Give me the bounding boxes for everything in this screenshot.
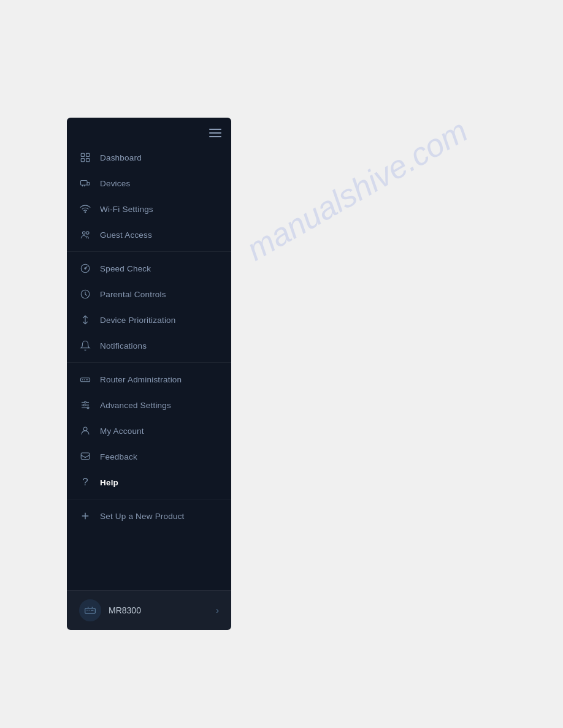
sidebar-item-advanced-settings[interactable]: Advanced Settings <box>67 392 231 418</box>
svg-point-25 <box>85 401 86 403</box>
guest-icon <box>79 229 91 241</box>
watermark-text: manualshive.com <box>240 112 473 268</box>
sidebar-item-label-help: Help <box>100 478 118 487</box>
sidebar-item-guest-access[interactable]: Guest Access <box>67 222 231 248</box>
nav-list: Dashboard Devices Wi-Fi Settings Guest A… <box>67 145 231 590</box>
sidebar-item-help[interactable]: ? Help <box>67 469 231 495</box>
sidebar-item-label-notifications: Notifications <box>100 341 147 351</box>
device-avatar <box>79 599 101 621</box>
sidebar-item-label-parental: Parental Controls <box>100 290 166 299</box>
sidebar-item-label-account: My Account <box>100 427 144 436</box>
menu-toggle-button[interactable] <box>209 129 221 137</box>
svg-rect-4 <box>81 181 88 186</box>
parental-icon <box>79 288 91 300</box>
divider-1 <box>67 251 231 252</box>
sidebar-item-label-wifi: Wi-Fi Settings <box>100 205 153 214</box>
sidebar-item-router-admin[interactable]: Router Administration <box>67 366 231 392</box>
sidebar-item-notifications[interactable]: Notifications <box>67 333 231 358</box>
sidebar-item-label-router-admin: Router Administration <box>100 375 182 384</box>
help-icon: ? <box>79 476 91 488</box>
svg-point-9 <box>86 232 90 235</box>
svg-point-11 <box>85 268 86 269</box>
svg-point-7 <box>85 212 86 213</box>
sidebar-item-feedback[interactable]: Feedback <box>67 444 231 469</box>
speed-icon <box>79 262 91 275</box>
device-name: MR8300 <box>109 605 209 615</box>
svg-point-8 <box>83 232 86 235</box>
sidebar-item-my-account[interactable]: My Account <box>67 418 231 444</box>
divider-3 <box>67 499 231 499</box>
account-icon <box>79 425 91 437</box>
svg-point-28 <box>83 427 87 431</box>
sidebar-item-label-speed: Speed Check <box>100 264 151 273</box>
feedback-icon <box>79 450 91 463</box>
router-icon <box>79 373 91 385</box>
settings-icon <box>79 399 91 411</box>
add-product-label: Set Up a New Product <box>100 512 185 521</box>
svg-rect-32 <box>85 609 96 613</box>
dashboard-icon <box>79 151 91 164</box>
chevron-right-icon: › <box>216 605 219 615</box>
sidebar-item-wifi-settings[interactable]: Wi-Fi Settings <box>67 196 231 222</box>
sidebar-item-device-prioritization[interactable]: Device Prioritization <box>67 307 231 333</box>
sidebar-item-dashboard[interactable]: Dashboard <box>67 145 231 170</box>
sidebar-item-devices[interactable]: Devices <box>67 170 231 196</box>
sidebar-item-parental-controls[interactable]: Parental Controls <box>67 281 231 307</box>
sidebar-item-label-devices: Devices <box>100 179 130 188</box>
sidebar-item-add-product[interactable]: Set Up a New Product <box>67 503 231 529</box>
sidebar-item-label-guest: Guest Access <box>100 230 152 240</box>
svg-rect-1 <box>86 153 90 156</box>
wifi-icon <box>79 203 91 215</box>
sidebar-item-label-priority: Device Prioritization <box>100 316 176 325</box>
sidebar: Dashboard Devices Wi-Fi Settings Guest A… <box>67 118 231 630</box>
svg-point-26 <box>83 404 85 406</box>
sidebar-item-label-dashboard: Dashboard <box>100 153 142 162</box>
priority-icon <box>79 314 91 326</box>
device-row[interactable]: MR8300 › <box>67 590 231 630</box>
svg-rect-3 <box>86 159 90 162</box>
sidebar-item-speed-check[interactable]: Speed Check <box>67 256 231 281</box>
sidebar-item-label-feedback: Feedback <box>100 452 137 461</box>
devices-icon <box>79 177 91 189</box>
bell-icon <box>79 339 91 352</box>
sidebar-header <box>67 118 231 145</box>
svg-rect-2 <box>81 159 84 162</box>
plus-icon <box>79 510 91 522</box>
divider-2 <box>67 362 231 363</box>
sidebar-item-label-advanced: Advanced Settings <box>100 401 171 410</box>
svg-rect-0 <box>81 153 84 156</box>
svg-point-27 <box>87 407 89 409</box>
